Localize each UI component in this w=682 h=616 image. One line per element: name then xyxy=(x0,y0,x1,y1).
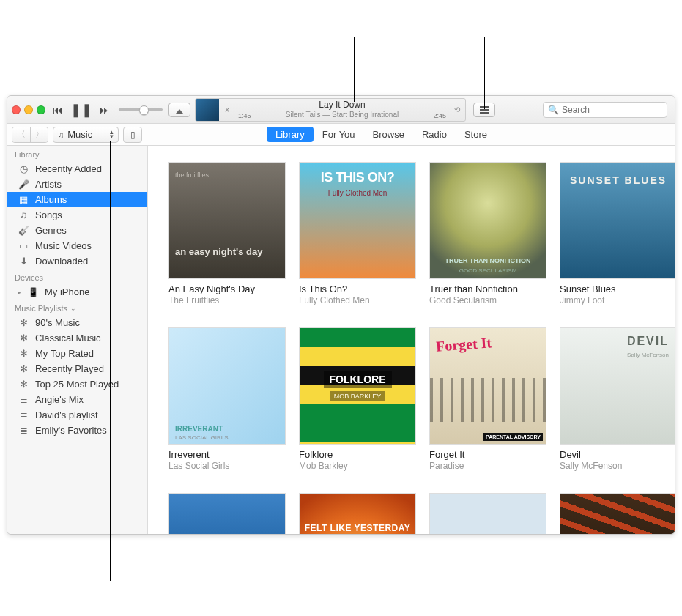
section-tabs: LibraryFor YouBrowseRadioStore xyxy=(267,127,496,142)
album-item[interactable] xyxy=(429,493,546,534)
player-bar: ⏮ ❚❚ ⏭ ⤨ Lay It Down Silent Tails — Star… xyxy=(7,96,675,124)
gear-icon xyxy=(18,363,29,374)
window-minimize-button[interactable] xyxy=(24,105,33,114)
album-item[interactable]: FELT LIKE YESTERDAYscalawag state xyxy=(299,493,416,534)
chevron-down-icon[interactable]: ⌄ xyxy=(70,305,76,312)
album-cover[interactable]: FELT LIKE YESTERDAYscalawag state xyxy=(299,493,416,534)
phone-icon: ▯ xyxy=(130,130,136,140)
cover-caption: IS THIS ON? xyxy=(300,170,415,186)
now-playing-artwork[interactable] xyxy=(196,99,219,121)
tab-radio[interactable]: Radio xyxy=(413,127,456,142)
chevron-right-icon[interactable]: ▸ xyxy=(18,289,21,296)
callout-line xyxy=(484,37,485,109)
album-item[interactable]: SUNSET BLUESSunset BluesJimmy Loot xyxy=(560,162,675,305)
sidebar-item-genres[interactable]: Genres xyxy=(7,223,147,238)
album-cover[interactable]: FOLKLOREMOB BARKLEY xyxy=(299,327,416,445)
album-cover[interactable]: IS THIS ON?Fully Clothed Men xyxy=(299,162,416,279)
window-zoom-button[interactable] xyxy=(37,105,45,114)
sidebar-item-classical-music[interactable]: Classical Music xyxy=(7,330,147,346)
next-track-button[interactable]: ⏭ xyxy=(100,104,110,116)
cover-caption: SUNSET BLUES xyxy=(570,174,667,187)
album-cover[interactable]: HOLIDAY STANDARDS xyxy=(168,493,286,534)
sidebar-item-music-videos[interactable]: Music Videos xyxy=(7,238,147,253)
elapsed-time: 1:45 xyxy=(238,113,251,120)
previous-track-button[interactable]: ⏮ xyxy=(53,104,63,116)
repeat-button[interactable]: ⟲ xyxy=(454,105,460,114)
album-item[interactable]: IRREVERANTLAS SOCIAL GIRLSIrreverentLas … xyxy=(168,327,286,471)
tab-library[interactable]: Library xyxy=(267,127,314,142)
sidebar-section-heading: Library xyxy=(7,146,147,161)
album-cover[interactable]: SUNSET BLUES xyxy=(560,162,675,279)
forward-button[interactable]: 〉 xyxy=(30,127,48,142)
sidebar-item-albums[interactable]: Albums xyxy=(7,192,147,207)
sidebar-item-downloaded[interactable]: Downloaded xyxy=(7,253,147,269)
album-item[interactable]: an easy night's daythe fruitfliesAn Easy… xyxy=(168,162,286,305)
album-item[interactable]: Forget ItPARENTAL ADVISORYForget ItParad… xyxy=(429,327,546,471)
album-title: Folklore xyxy=(299,449,416,460)
album-cover[interactable] xyxy=(429,493,546,534)
sidebar-section-heading: Devices xyxy=(7,269,147,284)
mic-icon xyxy=(18,179,29,190)
album-cover[interactable] xyxy=(560,493,675,534)
device-button[interactable]: ▯ xyxy=(123,127,142,143)
media-type-picker[interactable]: ♫ Music ▴▾ xyxy=(53,127,119,143)
sidebar-item-david-s-playlist[interactable]: David's playlist xyxy=(7,407,147,423)
album-cover[interactable]: DEVILSally McFenson xyxy=(560,327,675,445)
sidebar-item-label: Classical Music xyxy=(35,333,101,344)
sidebar-item-recently-played[interactable]: Recently Played xyxy=(7,361,147,376)
sidebar-item-label: Top 25 Most Played xyxy=(35,379,119,390)
tab-for-you[interactable]: For You xyxy=(314,127,364,142)
sidebar-section-heading: Music Playlists⌄ xyxy=(7,300,147,315)
sidebar-item-label: Artists xyxy=(35,179,62,190)
sidebar-item-recently-added[interactable]: Recently Added xyxy=(7,161,147,177)
sidebar-item-label: My Top Rated xyxy=(35,348,94,359)
list-icon xyxy=(18,409,29,420)
tab-browse[interactable]: Browse xyxy=(364,127,413,142)
album-item[interactable]: HOLIDAY STANDARDS xyxy=(168,493,286,534)
album-item[interactable]: TRUER THAN NONFICTIONGOOD SECULARISMTrue… xyxy=(429,162,546,305)
album-item[interactable]: DEVILSally McFensonDevilSally McFenson xyxy=(560,327,675,471)
shuffle-button[interactable]: ⤨ xyxy=(224,105,230,114)
sidebar-item-top-25-most-played[interactable]: Top 25 Most Played xyxy=(7,376,147,392)
sidebar-item-90-s-music[interactable]: 90's Music xyxy=(7,315,147,330)
album-grid: an easy night's daythe fruitfliesAn Easy… xyxy=(168,162,666,534)
history-nav: 〈 〉 xyxy=(12,127,48,143)
album-cover[interactable]: IRREVERANTLAS SOCIAL GIRLS xyxy=(168,327,286,445)
album-item[interactable]: FOLKLOREMOB BARKLEYFolkloreMob Barkley xyxy=(299,327,416,471)
airplay-button[interactable] xyxy=(168,103,190,117)
window-close-button[interactable] xyxy=(12,105,21,114)
now-playing-title: Lay It Down xyxy=(319,100,365,110)
search-field[interactable]: 🔍 xyxy=(543,102,667,118)
sidebar: LibraryRecently AddedArtistsAlbumsSongsG… xyxy=(7,146,148,534)
song-icon xyxy=(18,209,29,220)
album-item[interactable] xyxy=(560,493,675,534)
album-item[interactable]: IS THIS ON?Fully Clothed MenIs This On?F… xyxy=(299,162,416,305)
album-title: Devil xyxy=(560,449,675,460)
album-artist: Las Social Girls xyxy=(168,461,286,471)
play-pause-button[interactable]: ❚❚ xyxy=(70,102,92,118)
sidebar-item-my-top-rated[interactable]: My Top Rated xyxy=(7,346,147,361)
sidebar-item-emily-s-favorites[interactable]: Emily's Favorites xyxy=(7,423,147,438)
sidebar-item-songs[interactable]: Songs xyxy=(7,207,147,223)
search-icon: 🔍 xyxy=(548,105,559,115)
sidebar-item-label: Music Videos xyxy=(35,240,92,251)
album-title: Truer than Nonfiction xyxy=(429,283,546,294)
tab-store[interactable]: Store xyxy=(456,127,496,142)
sidebar-item-label: My iPhone xyxy=(45,286,89,297)
volume-slider[interactable] xyxy=(119,108,163,111)
album-cover[interactable]: TRUER THAN NONFICTIONGOOD SECULARISM xyxy=(429,162,546,279)
now-playing-info[interactable]: Lay It Down Silent Tails — Start Being I… xyxy=(235,99,449,121)
album-title: Irreverent xyxy=(168,449,286,460)
sidebar-item-my-iphone[interactable]: ▸My iPhone xyxy=(7,284,147,300)
search-input[interactable] xyxy=(562,105,662,115)
media-type-label: Music xyxy=(67,129,92,140)
sidebar-item-label: Downloaded xyxy=(35,256,88,267)
sidebar-item-angie-s-mix[interactable]: Angie's Mix xyxy=(7,392,147,407)
album-artist: Sally McFenson xyxy=(560,461,675,471)
airplay-icon xyxy=(176,109,183,114)
album-cover[interactable]: an easy night's daythe fruitflies xyxy=(168,162,286,279)
album-cover[interactable]: Forget ItPARENTAL ADVISORY xyxy=(429,327,546,445)
back-button[interactable]: 〈 xyxy=(12,127,30,142)
sidebar-item-artists[interactable]: Artists xyxy=(7,177,147,192)
now-playing-display: ⤨ Lay It Down Silent Tails — Start Being… xyxy=(195,98,466,122)
